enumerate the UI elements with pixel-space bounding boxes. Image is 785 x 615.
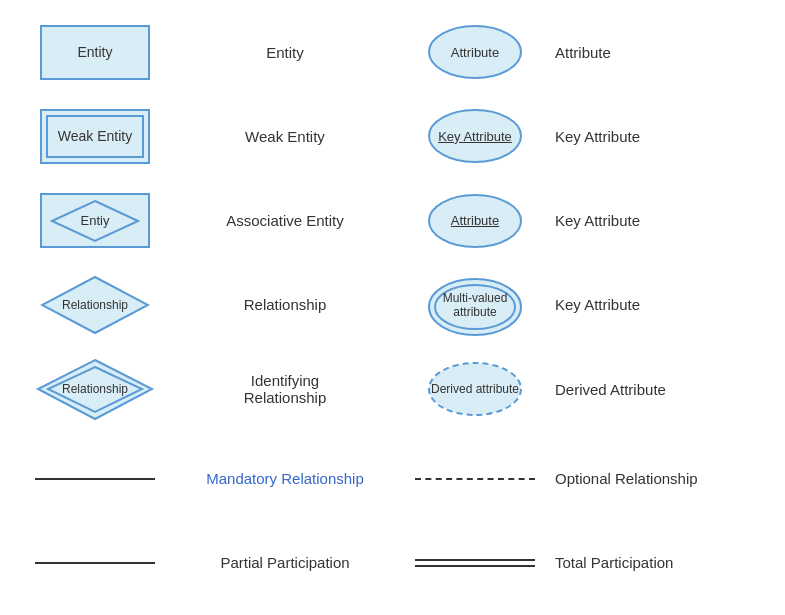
relationship-text-label: Relationship <box>175 296 395 313</box>
relationship-diamond-label: Relationship <box>62 298 128 312</box>
weak-entity-text-label: Weak Entity <box>175 128 395 145</box>
weak-entity-label: Weak Entity <box>58 128 132 144</box>
derived-label: Derived Attribute <box>555 381 735 398</box>
attribute-label: Attribute <box>555 44 735 61</box>
entity-symbol-cell: Entity <box>15 25 175 80</box>
assoc-attr-symbol-cell: Attribute <box>395 191 555 251</box>
entity-rect-label: Entity <box>77 44 112 60</box>
multival-ellipse: Multi-valued attribute <box>425 275 525 335</box>
derived-symbol-cell: Derived attribute <box>395 359 555 419</box>
key-attr-symbol-cell: Key Attribute <box>395 106 555 166</box>
row-partial: Partial Participation Total Participatio… <box>15 521 770 605</box>
total-line-top <box>415 559 535 561</box>
relationship-diamond: Relationship <box>40 275 150 335</box>
identifying-diamond: Relationship <box>35 357 155 422</box>
assoc-diamond: Entiy <box>50 199 140 243</box>
weak-entity-symbol-cell: Weak Entity <box>15 109 175 164</box>
assoc-entity-rect: Entiy <box>40 193 150 248</box>
legend-container: Entity Entity Attribute Attribute Weak E… <box>0 0 785 615</box>
entity-label: Entity <box>175 44 395 61</box>
multival-ellipse-label: Multi-valued attribute <box>425 291 525 319</box>
weak-entity-outer-rect: Weak Entity <box>40 109 150 164</box>
multival-label: Key Attribute <box>555 296 735 313</box>
multival-symbol-cell: Multi-valued attribute <box>395 275 555 335</box>
mandatory-line-cell <box>15 478 175 480</box>
key-attr-ellipse-label: Key Attribute <box>438 129 512 144</box>
row-entity: Entity Entity Attribute Attribute <box>15 10 770 94</box>
mandatory-line <box>35 478 155 480</box>
assoc-attr-label: Key Attribute <box>555 212 735 229</box>
total-line-cell <box>395 559 555 567</box>
identifying-symbol-cell: Relationship <box>15 357 175 422</box>
mandatory-label: Mandatory Relationship <box>175 470 395 487</box>
assoc-attr-ellipse-label: Attribute <box>451 213 499 228</box>
key-attr-ellipse: Key Attribute <box>425 106 525 166</box>
attribute-symbol-cell: Attribute <box>395 22 555 82</box>
total-line-bottom <box>415 565 535 567</box>
entity-rect: Entity <box>40 25 150 80</box>
identifying-text-label: Identifying Relationship <box>175 372 395 406</box>
assoc-entity-symbol-cell: Entiy <box>15 193 175 248</box>
relationship-symbol-cell: Relationship <box>15 275 175 335</box>
row-identifying: Relationship Identifying Relationship De… <box>15 347 770 431</box>
row-assoc-entity: Entiy Associative Entity Attribute Key A… <box>15 179 770 263</box>
attribute-ellipse-label: Attribute <box>451 45 499 60</box>
partial-line-cell <box>15 562 175 564</box>
optional-label: Optional Relationship <box>555 470 735 487</box>
row-weak-entity: Weak Entity Weak Entity Key Attribute Ke… <box>15 94 770 178</box>
optional-line-cell <box>395 478 555 480</box>
attribute-ellipse: Attribute <box>425 22 525 82</box>
partial-line <box>35 562 155 564</box>
total-label: Total Participation <box>555 554 735 571</box>
optional-line <box>415 478 535 480</box>
derived-ellipse: Derived attribute <box>425 359 525 419</box>
identifying-diamond-label: Relationship <box>62 382 128 396</box>
weak-entity-inner-rect: Weak Entity <box>46 115 144 158</box>
assoc-diamond-label: Entiy <box>81 213 110 228</box>
partial-label: Partial Participation <box>175 554 395 571</box>
key-attr-label: Key Attribute <box>555 128 735 145</box>
assoc-attr-ellipse: Attribute <box>425 191 525 251</box>
row-relationship: Relationship Relationship Multi-valued a… <box>15 263 770 347</box>
assoc-entity-text-label: Associative Entity <box>175 212 395 229</box>
total-line <box>415 559 535 567</box>
row-mandatory: Mandatory Relationship Optional Relation… <box>15 436 770 520</box>
derived-ellipse-label: Derived attribute <box>431 382 519 396</box>
